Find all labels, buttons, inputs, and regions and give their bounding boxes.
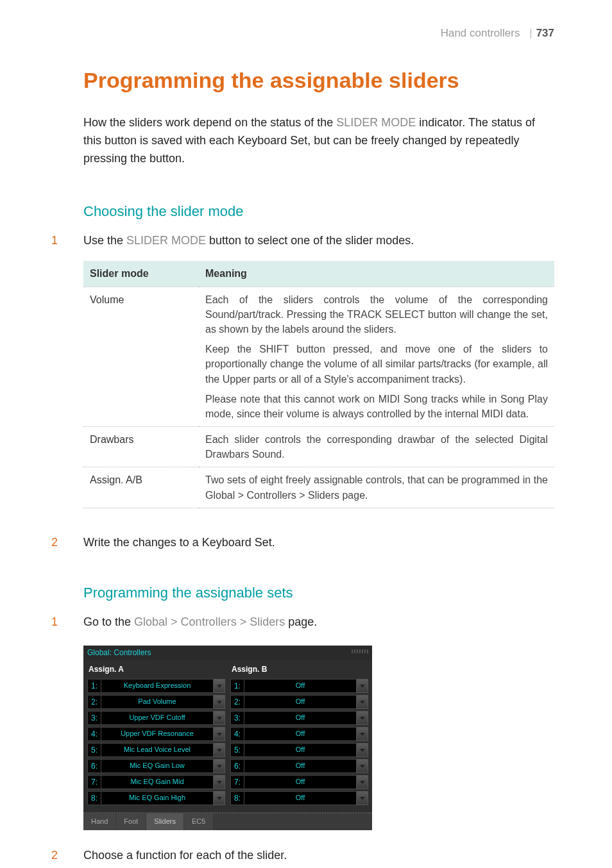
- slider-row: 6:Mic EQ Gain Low: [87, 759, 225, 773]
- slider-index: 4:: [230, 727, 244, 741]
- tab-foot[interactable]: Foot: [116, 814, 146, 830]
- step-after: button to select one of the slider modes…: [206, 234, 414, 247]
- slider-value[interactable]: Off: [244, 759, 357, 773]
- chevron-down-icon[interactable]: [357, 743, 368, 757]
- slider-value[interactable]: Off: [244, 679, 357, 693]
- table-row: Drawbars Each slider controls the corres…: [83, 427, 554, 467]
- slider-row: 1:Off: [230, 679, 368, 693]
- header-section: Hand controllers: [441, 27, 520, 39]
- tab-hand[interactable]: Hand: [83, 814, 115, 830]
- slider-index: 5:: [87, 743, 101, 757]
- slider-row: 5:Mic Lead Voice Level: [87, 743, 225, 757]
- slider-index: 2:: [87, 695, 101, 709]
- chevron-down-icon[interactable]: [214, 775, 225, 789]
- running-header: Hand controllers |737: [51, 26, 554, 42]
- assign-b-heading: Assign. B: [230, 662, 368, 679]
- slider-value[interactable]: Keyboard Expression: [101, 679, 214, 693]
- ui-columns: Assign. A 1:Keyboard Expression2:Pad Vol…: [83, 660, 372, 812]
- slider-index: 8:: [230, 791, 244, 805]
- slider-index: 3:: [87, 711, 101, 725]
- grip-icon: [352, 649, 368, 653]
- meaning-cell: Each slider controls the corresponding d…: [199, 427, 554, 467]
- mode-cell: Assign. A/B: [83, 467, 199, 508]
- slider-row: 3:Upper VDF Cutoff: [87, 711, 225, 725]
- mode-cell: Volume: [83, 287, 199, 427]
- slider-row: 8:Off: [230, 791, 368, 805]
- slider-value[interactable]: Off: [244, 711, 357, 725]
- assign-a-column: Assign. A 1:Keyboard Expression2:Pad Vol…: [87, 662, 225, 807]
- step-text: Go to the Global > Controllers > Sliders…: [83, 613, 554, 631]
- assign-b-column: Assign. B 1:Off2:Off3:Off4:Off5:Off6:Off…: [230, 662, 368, 807]
- slider-value[interactable]: Off: [244, 743, 357, 757]
- slider-index: 2:: [230, 695, 244, 709]
- step-2-programming: 2 Choose a function for each of the slid…: [51, 847, 554, 865]
- step-number: 1: [51, 232, 83, 250]
- chevron-down-icon[interactable]: [357, 791, 368, 805]
- ui-window-title: Global: Controllers: [83, 646, 372, 660]
- ui-tabs: Hand Foot Sliders EC5: [83, 812, 372, 830]
- slider-mode-table: Slider mode Meaning Volume Each of the s…: [83, 261, 554, 508]
- intro-em: SLIDER MODE: [336, 116, 416, 129]
- step-em: SLIDER MODE: [126, 234, 206, 247]
- slider-index: 4:: [87, 727, 101, 741]
- step-before: Use the: [83, 234, 126, 247]
- table-head-meaning: Meaning: [199, 261, 554, 287]
- slider-value[interactable]: Off: [244, 791, 357, 805]
- slider-value[interactable]: Mic EQ Gain Mid: [101, 775, 214, 789]
- slider-value[interactable]: Off: [244, 727, 357, 741]
- step-1-choosing: 1 Use the SLIDER MODE button to select o…: [51, 232, 554, 250]
- slider-row: 4:Off: [230, 727, 368, 741]
- slider-index: 1:: [87, 679, 101, 693]
- slider-value[interactable]: Pad Volume: [101, 695, 214, 709]
- slider-index: 5:: [230, 743, 244, 757]
- slider-row: 2:Off: [230, 695, 368, 709]
- slider-value[interactable]: Upper VDF Resonance: [101, 727, 214, 741]
- slider-row: 5:Off: [230, 743, 368, 757]
- step-before: Go to the: [83, 615, 134, 628]
- chevron-down-icon[interactable]: [357, 775, 368, 789]
- step-text: Use the SLIDER MODE button to select one…: [83, 232, 554, 250]
- meaning-para: Keep the SHIFT button pressed, and move …: [205, 342, 548, 387]
- chevron-down-icon[interactable]: [357, 711, 368, 725]
- chevron-down-icon[interactable]: [357, 679, 368, 693]
- slider-value[interactable]: Off: [244, 695, 357, 709]
- step-after: page.: [285, 615, 317, 628]
- slider-index: 6:: [87, 759, 101, 773]
- chevron-down-icon[interactable]: [214, 791, 225, 805]
- page-number: 737: [536, 27, 554, 39]
- ui-title-text: Global: Controllers: [87, 648, 151, 657]
- chevron-down-icon[interactable]: [357, 759, 368, 773]
- page-title: Programming the assignable sliders: [83, 65, 554, 96]
- step-2-choosing: 2 Write the changes to a Keyboard Set.: [51, 534, 554, 552]
- slider-index: 7:: [230, 775, 244, 789]
- step-em: Global > Controllers > Sliders: [134, 615, 285, 628]
- table-row: Assign. A/B Two sets of eight freely ass…: [83, 467, 554, 508]
- step-text: Choose a function for each of the slider…: [83, 847, 554, 865]
- table-head-mode: Slider mode: [83, 261, 199, 287]
- step-number: 2: [51, 534, 83, 552]
- slider-index: 1:: [230, 679, 244, 693]
- chevron-down-icon[interactable]: [357, 727, 368, 741]
- slider-row: 4:Upper VDF Resonance: [87, 727, 225, 741]
- slider-value[interactable]: Off: [244, 775, 357, 789]
- chevron-down-icon[interactable]: [214, 711, 225, 725]
- step-text: Write the changes to a Keyboard Set.: [83, 534, 554, 552]
- tab-sliders[interactable]: Sliders: [146, 814, 183, 830]
- section-heading-choosing: Choosing the slider mode: [83, 201, 554, 222]
- slider-row: 1:Keyboard Expression: [87, 679, 225, 693]
- slider-value[interactable]: Upper VDF Cutoff: [101, 711, 214, 725]
- step-1-programming: 1 Go to the Global > Controllers > Slide…: [51, 613, 554, 631]
- chevron-down-icon[interactable]: [214, 743, 225, 757]
- chevron-down-icon[interactable]: [214, 759, 225, 773]
- slider-value[interactable]: Mic EQ Gain High: [101, 791, 214, 805]
- slider-value[interactable]: Mic Lead Voice Level: [101, 743, 214, 757]
- chevron-down-icon[interactable]: [214, 679, 225, 693]
- tab-ec5[interactable]: EC5: [184, 814, 213, 830]
- intro-paragraph: How the sliders work depend on the statu…: [83, 114, 554, 168]
- meaning-para: Two sets of eight freely assignable cont…: [205, 472, 548, 502]
- chevron-down-icon[interactable]: [214, 695, 225, 709]
- chevron-down-icon[interactable]: [357, 695, 368, 709]
- slider-row: 2:Pad Volume: [87, 695, 225, 709]
- slider-value[interactable]: Mic EQ Gain Low: [101, 759, 214, 773]
- chevron-down-icon[interactable]: [214, 727, 225, 741]
